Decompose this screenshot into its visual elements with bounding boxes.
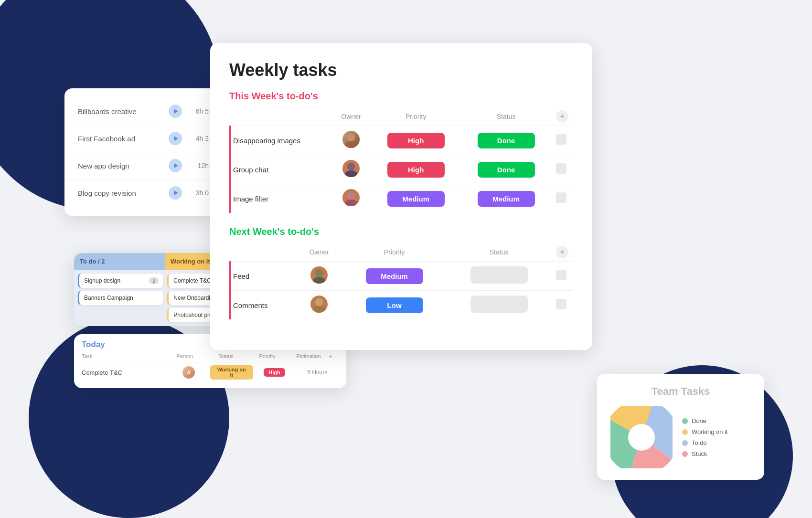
table-row: Disappearing images High Done bbox=[230, 126, 573, 155]
timelog-label-0: Billboards creative bbox=[78, 107, 162, 116]
table-row: Image filter Medium Medium bbox=[230, 184, 573, 213]
legend-label-todo: To do bbox=[692, 439, 707, 446]
timelog-row: First Facebook ad 4h 3 bbox=[64, 125, 222, 152]
owner-cell bbox=[296, 291, 342, 320]
col-task bbox=[230, 243, 296, 262]
extra-cell bbox=[551, 262, 573, 291]
timelog-label-1: First Facebook ad bbox=[78, 135, 162, 143]
svg-point-9 bbox=[347, 192, 355, 200]
empty-status bbox=[470, 266, 528, 284]
legend-label-working: Working on it bbox=[692, 428, 728, 435]
priority-badge: High bbox=[387, 133, 445, 148]
kanban-item[interactable]: Signup design 2 bbox=[78, 274, 163, 288]
status-cell: Done bbox=[461, 126, 551, 155]
task-name-cell: Feed bbox=[230, 262, 296, 291]
play-button-2[interactable] bbox=[169, 159, 182, 172]
table-row: Group chat High Done bbox=[230, 155, 573, 184]
team-tasks-content: Done Working on it To do Stuck bbox=[610, 406, 751, 468]
today-priority-cell: High bbox=[253, 368, 296, 377]
legend: Done Working on it To do Stuck bbox=[682, 417, 728, 457]
timelog-card: Billboards creative 6h 5 First Facebook … bbox=[64, 88, 222, 216]
today-col-task-header: Task bbox=[82, 353, 164, 359]
timelog-time-1: 4h 3 bbox=[189, 135, 209, 142]
table-row: Feed Medium bbox=[230, 262, 573, 291]
today-col-person-header: Person bbox=[164, 353, 205, 359]
this-week-section-title: This Week's to-do's bbox=[229, 91, 573, 102]
timelog-time-2: 12h bbox=[189, 162, 209, 169]
play-button-3[interactable] bbox=[169, 186, 182, 200]
col-status: Status bbox=[461, 107, 551, 126]
today-status-cell: Working on it bbox=[210, 365, 253, 380]
legend-dot-done bbox=[682, 418, 688, 424]
priority-cell: Low bbox=[342, 291, 447, 320]
priority-cell: High bbox=[371, 126, 461, 155]
status-badge: Done bbox=[478, 162, 535, 178]
today-task-label: Complete T&C bbox=[82, 369, 167, 376]
weekly-tasks-card: Weekly tasks This Week's to-do's Owner P… bbox=[210, 43, 592, 350]
svg-point-11 bbox=[315, 269, 323, 277]
next-week-table: Owner Priority Status + Feed Medium bbox=[229, 243, 573, 319]
drag-handle bbox=[556, 299, 566, 309]
team-tasks-title: Team Tasks bbox=[610, 385, 751, 398]
svg-point-10 bbox=[345, 200, 357, 206]
avatar bbox=[342, 160, 360, 177]
avatar: A bbox=[182, 366, 195, 379]
pie-chart bbox=[610, 406, 673, 468]
extra-cell bbox=[551, 291, 573, 320]
timelog-label-3: Blog copy revision bbox=[78, 189, 162, 197]
avatar bbox=[310, 266, 328, 284]
kanban-item-badge: 2 bbox=[149, 277, 159, 284]
priority-cell: Medium bbox=[371, 184, 461, 213]
svg-point-14 bbox=[313, 306, 325, 313]
timelog-label-2: New app design bbox=[78, 162, 162, 170]
timelog-time-3: 3h 0 bbox=[189, 189, 209, 197]
legend-dot-todo bbox=[682, 440, 688, 446]
col-add: + bbox=[551, 243, 573, 262]
kanban-col-header-todo: To do / 2 bbox=[74, 253, 165, 270]
drag-handle bbox=[556, 163, 566, 174]
drag-handle bbox=[556, 192, 566, 203]
legend-item-stuck: Stuck bbox=[682, 450, 728, 457]
priority-badge: Medium bbox=[387, 191, 445, 207]
legend-item-todo: To do bbox=[682, 439, 728, 446]
extra-cell bbox=[551, 184, 573, 213]
legend-item-working: Working on it bbox=[682, 428, 728, 435]
col-owner: Owner bbox=[296, 243, 342, 262]
add-task-button[interactable]: + bbox=[556, 110, 568, 123]
kanban-item-label: Signup design bbox=[84, 277, 120, 284]
status-badge: Medium bbox=[478, 191, 535, 207]
add-next-task-button[interactable]: + bbox=[556, 246, 568, 258]
task-name-cell: Disappearing images bbox=[230, 126, 331, 155]
col-priority: Priority bbox=[371, 107, 461, 126]
timelog-row: New app design 12h bbox=[64, 152, 222, 180]
svg-point-12 bbox=[313, 277, 325, 284]
status-badge: Done bbox=[478, 133, 535, 148]
kanban-item-label: Banners Campaign bbox=[84, 295, 133, 301]
this-week-table: Owner Priority Status + Disappearing ima… bbox=[229, 107, 573, 213]
empty-status bbox=[470, 296, 528, 313]
play-button-1[interactable] bbox=[169, 132, 182, 145]
legend-label-done: Done bbox=[692, 417, 706, 424]
kanban-item-label: Complete T&C bbox=[173, 277, 211, 284]
col-owner: Owner bbox=[331, 107, 371, 126]
weekly-title: Weekly tasks bbox=[229, 60, 573, 80]
priority-badge: Low bbox=[366, 297, 423, 313]
drag-handle bbox=[556, 134, 566, 145]
col-add: + bbox=[551, 107, 573, 126]
col-priority: Priority bbox=[342, 243, 447, 262]
kanban-col-todo: Signup design 2 Banners Campaign bbox=[78, 274, 163, 322]
priority-cell: Medium bbox=[342, 262, 447, 291]
svg-point-7 bbox=[347, 163, 355, 170]
legend-item-done: Done bbox=[682, 417, 728, 424]
status-cell: Done bbox=[461, 155, 551, 184]
play-button-0[interactable] bbox=[169, 105, 182, 118]
legend-dot-working bbox=[682, 429, 688, 435]
kanban-item[interactable]: Banners Campaign bbox=[78, 291, 163, 305]
owner-cell bbox=[331, 155, 371, 184]
svg-point-13 bbox=[315, 298, 323, 306]
task-name-cell: Image filter bbox=[230, 184, 331, 213]
today-col-estimation-header: Estimation bbox=[288, 353, 329, 359]
today-person-cell: A bbox=[167, 366, 210, 379]
task-name-cell: Group chat bbox=[230, 155, 331, 184]
owner-cell bbox=[331, 184, 371, 213]
